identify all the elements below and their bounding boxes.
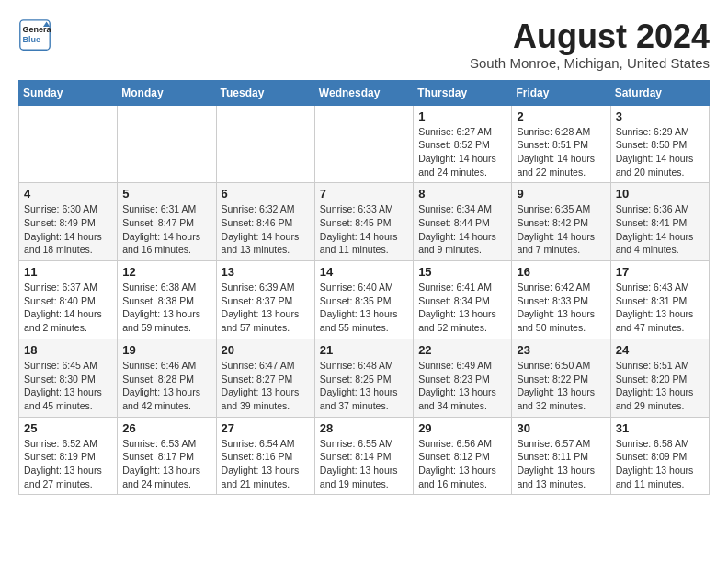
calendar-cell: 23Sunrise: 6:50 AM Sunset: 8:22 PM Dayli… [512,339,610,417]
day-info: Sunrise: 6:27 AM Sunset: 8:52 PM Dayligh… [418,125,506,179]
day-number: 12 [122,265,210,279]
day-number: 8 [418,187,506,201]
calendar-cell: 31Sunrise: 6:58 AM Sunset: 8:09 PM Dayli… [610,417,709,495]
day-info: Sunrise: 6:43 AM Sunset: 8:31 PM Dayligh… [616,281,704,335]
weekday-saturday: Saturday [610,80,709,105]
calendar-cell: 7Sunrise: 6:33 AM Sunset: 8:45 PM Daylig… [314,183,413,261]
calendar-table: SundayMondayTuesdayWednesdayThursdayFrid… [18,80,710,496]
day-number: 20 [222,343,310,357]
calendar-week-5: 25Sunrise: 6:52 AM Sunset: 8:19 PM Dayli… [19,417,710,495]
calendar-cell: 22Sunrise: 6:49 AM Sunset: 8:23 PM Dayli… [414,339,512,417]
calendar-week-4: 18Sunrise: 6:45 AM Sunset: 8:30 PM Dayli… [19,339,710,417]
day-info: Sunrise: 6:29 AM Sunset: 8:50 PM Dayligh… [616,125,704,179]
day-number: 26 [122,421,210,435]
calendar-cell: 9Sunrise: 6:35 AM Sunset: 8:42 PM Daylig… [512,183,610,261]
day-number: 21 [320,343,408,357]
day-info: Sunrise: 6:32 AM Sunset: 8:46 PM Dayligh… [222,202,310,257]
calendar-cell: 13Sunrise: 6:39 AM Sunset: 8:37 PM Dayli… [216,261,314,339]
day-number: 16 [517,265,605,279]
day-info: Sunrise: 6:37 AM Sunset: 8:40 PM Dayligh… [24,281,112,335]
day-info: Sunrise: 6:50 AM Sunset: 8:22 PM Dayligh… [517,359,605,413]
day-info: Sunrise: 6:31 AM Sunset: 8:47 PM Dayligh… [122,202,210,257]
calendar-week-2: 4Sunrise: 6:30 AM Sunset: 8:49 PM Daylig… [19,183,710,261]
day-info: Sunrise: 6:41 AM Sunset: 8:34 PM Dayligh… [418,281,506,335]
day-info: Sunrise: 6:40 AM Sunset: 8:35 PM Dayligh… [320,281,408,335]
calendar-cell: 21Sunrise: 6:48 AM Sunset: 8:25 PM Dayli… [314,339,413,417]
calendar-cell: 6Sunrise: 6:32 AM Sunset: 8:46 PM Daylig… [216,183,314,261]
calendar-cell: 5Sunrise: 6:31 AM Sunset: 8:47 PM Daylig… [118,183,216,261]
day-info: Sunrise: 6:58 AM Sunset: 8:09 PM Dayligh… [616,437,704,491]
calendar-cell: 4Sunrise: 6:30 AM Sunset: 8:49 PM Daylig… [19,183,118,261]
day-info: Sunrise: 6:55 AM Sunset: 8:14 PM Dayligh… [320,437,408,491]
calendar-cell: 20Sunrise: 6:47 AM Sunset: 8:27 PM Dayli… [216,339,314,417]
day-number: 19 [122,343,210,357]
day-number: 13 [222,265,310,279]
day-number: 31 [616,421,704,435]
weekday-tuesday: Tuesday [216,80,314,105]
day-number: 3 [616,109,704,123]
day-info: Sunrise: 6:42 AM Sunset: 8:33 PM Dayligh… [517,281,605,335]
title-block: August 2024 South Monroe, Michigan, Unit… [470,18,710,71]
calendar-cell: 29Sunrise: 6:56 AM Sunset: 8:12 PM Dayli… [414,417,512,495]
day-number: 9 [517,187,605,201]
day-info: Sunrise: 6:38 AM Sunset: 8:38 PM Dayligh… [122,281,210,335]
weekday-header-row: SundayMondayTuesdayWednesdayThursdayFrid… [19,80,710,105]
day-info: Sunrise: 6:49 AM Sunset: 8:23 PM Dayligh… [418,359,506,413]
weekday-sunday: Sunday [19,80,118,105]
calendar-cell: 26Sunrise: 6:53 AM Sunset: 8:17 PM Dayli… [118,417,216,495]
calendar-cell: 19Sunrise: 6:46 AM Sunset: 8:28 PM Dayli… [118,339,216,417]
location-subtitle: South Monroe, Michigan, United States [470,55,710,71]
logo-icon: General Blue [18,18,51,52]
day-info: Sunrise: 6:46 AM Sunset: 8:28 PM Dayligh… [122,359,210,413]
svg-text:Blue: Blue [23,35,41,44]
month-year-title: August 2024 [470,18,710,55]
weekday-thursday: Thursday [414,80,512,105]
calendar-cell: 10Sunrise: 6:36 AM Sunset: 8:41 PM Dayli… [610,183,709,261]
day-number: 5 [122,187,210,201]
calendar-cell: 18Sunrise: 6:45 AM Sunset: 8:30 PM Dayli… [19,339,118,417]
day-number: 10 [616,187,704,201]
calendar-cell: 16Sunrise: 6:42 AM Sunset: 8:33 PM Dayli… [512,261,610,339]
calendar-cell [118,105,216,183]
page-header: General Blue August 2024 South Monroe, M… [18,18,710,71]
weekday-monday: Monday [118,80,216,105]
calendar-cell: 25Sunrise: 6:52 AM Sunset: 8:19 PM Dayli… [19,417,118,495]
day-number: 25 [24,421,112,435]
day-number: 30 [517,421,605,435]
day-info: Sunrise: 6:36 AM Sunset: 8:41 PM Dayligh… [616,202,704,257]
calendar-week-1: 1Sunrise: 6:27 AM Sunset: 8:52 PM Daylig… [19,105,710,183]
day-number: 18 [24,343,112,357]
day-number: 15 [418,265,506,279]
day-number: 11 [24,265,112,279]
calendar-cell: 12Sunrise: 6:38 AM Sunset: 8:38 PM Dayli… [118,261,216,339]
calendar-cell: 24Sunrise: 6:51 AM Sunset: 8:20 PM Dayli… [610,339,709,417]
day-info: Sunrise: 6:39 AM Sunset: 8:37 PM Dayligh… [222,281,310,335]
calendar-cell: 1Sunrise: 6:27 AM Sunset: 8:52 PM Daylig… [414,105,512,183]
day-info: Sunrise: 6:56 AM Sunset: 8:12 PM Dayligh… [418,437,506,491]
calendar-cell: 30Sunrise: 6:57 AM Sunset: 8:11 PM Dayli… [512,417,610,495]
day-number: 4 [24,187,112,201]
day-info: Sunrise: 6:53 AM Sunset: 8:17 PM Dayligh… [122,437,210,491]
day-number: 24 [616,343,704,357]
calendar-cell: 15Sunrise: 6:41 AM Sunset: 8:34 PM Dayli… [414,261,512,339]
day-number: 29 [418,421,506,435]
day-info: Sunrise: 6:35 AM Sunset: 8:42 PM Dayligh… [517,202,605,257]
day-info: Sunrise: 6:51 AM Sunset: 8:20 PM Dayligh… [616,359,704,413]
day-number: 22 [418,343,506,357]
day-number: 2 [517,109,605,123]
day-number: 1 [418,109,506,123]
logo: General Blue [18,18,51,52]
day-info: Sunrise: 6:28 AM Sunset: 8:51 PM Dayligh… [517,125,605,179]
calendar-cell: 8Sunrise: 6:34 AM Sunset: 8:44 PM Daylig… [414,183,512,261]
day-info: Sunrise: 6:34 AM Sunset: 8:44 PM Dayligh… [418,202,506,257]
day-info: Sunrise: 6:33 AM Sunset: 8:45 PM Dayligh… [320,202,408,257]
calendar-cell [216,105,314,183]
calendar-cell: 17Sunrise: 6:43 AM Sunset: 8:31 PM Dayli… [610,261,709,339]
day-number: 23 [517,343,605,357]
calendar-cell [19,105,118,183]
day-info: Sunrise: 6:52 AM Sunset: 8:19 PM Dayligh… [24,437,112,491]
calendar-cell: 27Sunrise: 6:54 AM Sunset: 8:16 PM Dayli… [216,417,314,495]
day-info: Sunrise: 6:45 AM Sunset: 8:30 PM Dayligh… [24,359,112,413]
day-number: 17 [616,265,704,279]
calendar-cell: 3Sunrise: 6:29 AM Sunset: 8:50 PM Daylig… [610,105,709,183]
